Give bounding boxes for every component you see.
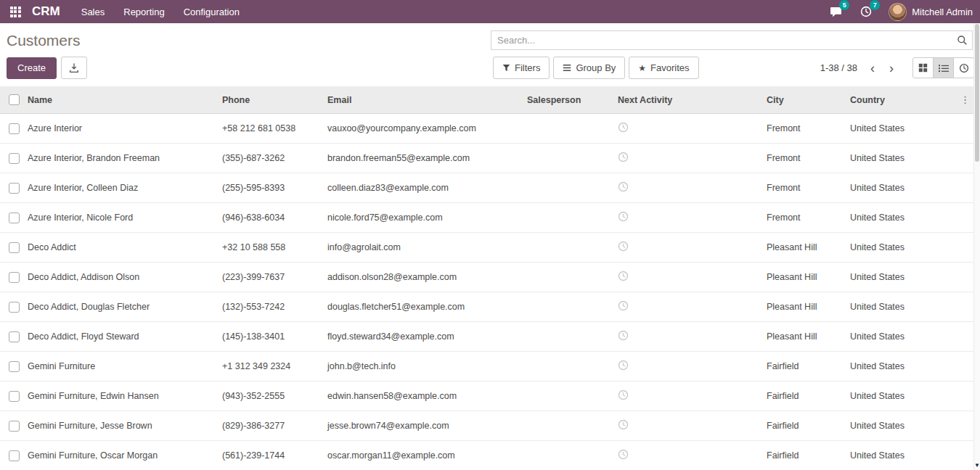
navbar-systray: 5 7 Mitchell Admin — [828, 3, 973, 21]
next-activity-clock-icon[interactable] — [618, 241, 629, 252]
row-salesperson — [521, 263, 612, 292]
column-header-city[interactable]: City — [761, 86, 844, 114]
menu-sales[interactable]: Sales — [72, 0, 115, 23]
row-salesperson — [521, 233, 612, 263]
row-city: Pleasant Hill — [761, 292, 844, 322]
activities-button[interactable]: 7 — [858, 4, 874, 19]
kanban-view-button[interactable] — [912, 57, 934, 78]
group-by-button[interactable]: Group By — [553, 57, 625, 79]
row-filler — [920, 263, 980, 292]
next-activity-clock-icon[interactable] — [618, 449, 629, 460]
next-activity-clock-icon[interactable] — [618, 122, 629, 133]
table-header-row: Name Phone Email Salesperson Next Activi… — [0, 86, 980, 114]
row-filler — [920, 382, 980, 411]
next-activity-clock-icon[interactable] — [618, 300, 629, 311]
row-name: Gemini Furniture — [22, 352, 216, 382]
row-city: Fremont — [761, 173, 844, 203]
table-row[interactable]: Azure Interior, Nicole Ford(946)-638-603… — [0, 203, 980, 233]
row-checkbox[interactable] — [9, 123, 20, 134]
column-header-country[interactable]: Country — [844, 86, 920, 114]
row-country: United States — [844, 173, 920, 203]
row-checkbox[interactable] — [9, 331, 20, 342]
table-row[interactable]: Deco Addict+32 10 588 558info@agrolait.c… — [0, 233, 980, 263]
table-row[interactable]: Azure Interior+58 212 681 0538vauxoo@you… — [0, 114, 980, 144]
favorites-button[interactable]: ★ Favorites — [629, 57, 698, 79]
row-email: nicole.ford75@example.com — [322, 203, 521, 233]
menu-reporting[interactable]: Reporting — [114, 0, 173, 23]
row-next-activity — [612, 322, 761, 352]
next-activity-clock-icon[interactable] — [618, 389, 629, 400]
row-next-activity — [612, 352, 761, 382]
pager-previous-button[interactable]: ‹ — [863, 59, 882, 78]
create-button[interactable]: Create — [7, 57, 57, 79]
row-checkbox[interactable] — [9, 272, 20, 283]
activity-view-button[interactable] — [953, 57, 974, 78]
next-activity-clock-icon[interactable] — [618, 330, 629, 341]
row-select-cell — [0, 114, 22, 144]
column-header-email[interactable]: Email — [322, 86, 521, 114]
table-row[interactable]: Azure Interior, Colleen Diaz(255)-595-83… — [0, 173, 980, 203]
row-country: United States — [844, 263, 920, 292]
next-activity-clock-icon[interactable] — [618, 360, 629, 371]
column-header-salesperson[interactable]: Salesperson — [521, 86, 612, 114]
table-row[interactable]: Deco Addict, Addison Olson(223)-399-7637… — [0, 263, 980, 292]
row-checkbox[interactable] — [9, 302, 20, 313]
row-checkbox[interactable] — [9, 213, 20, 223]
select-all-checkbox[interactable] — [9, 94, 20, 105]
table-row[interactable]: Gemini Furniture, Oscar Morgan(561)-239-… — [0, 441, 980, 470]
row-filler — [920, 441, 980, 470]
row-city: Pleasant Hill — [761, 263, 844, 292]
column-header-name[interactable]: Name — [22, 86, 216, 114]
next-activity-clock-icon[interactable] — [618, 419, 629, 430]
search-input[interactable] — [491, 30, 973, 50]
row-checkbox[interactable] — [9, 361, 20, 372]
row-country: United States — [844, 114, 920, 144]
row-next-activity — [612, 292, 761, 322]
scrollbar-down-arrow[interactable]: ▼ — [974, 462, 980, 469]
list-view-button[interactable] — [933, 57, 954, 78]
row-checkbox[interactable] — [9, 421, 20, 432]
row-email: floyd.steward34@example.com — [322, 322, 521, 352]
next-activity-clock-icon[interactable] — [618, 271, 629, 281]
vertical-scrollbar[interactable]: ▼ — [973, 23, 980, 470]
row-email: colleen.diaz83@example.com — [322, 173, 521, 203]
app-brand[interactable]: CRM — [32, 4, 60, 19]
table-row[interactable]: Deco Addict, Douglas Fletcher(132)-553-7… — [0, 292, 980, 322]
row-filler — [920, 322, 980, 352]
page-title: Customers — [7, 32, 81, 49]
scrollbar-thumb[interactable] — [975, 24, 979, 162]
export-button[interactable] — [61, 57, 87, 79]
table-row[interactable]: Gemini Furniture, Edwin Hansen(943)-352-… — [0, 382, 980, 411]
row-salesperson — [521, 173, 612, 203]
menu-configuration[interactable]: Configuration — [174, 0, 249, 23]
row-filler — [920, 352, 980, 382]
row-checkbox[interactable] — [9, 242, 20, 253]
row-checkbox[interactable] — [9, 153, 20, 164]
row-country: United States — [844, 203, 920, 233]
messages-button[interactable]: 5 — [828, 4, 844, 19]
pager-next-button[interactable]: › — [882, 59, 901, 78]
row-phone: (355)-687-3262 — [216, 144, 322, 173]
column-header-next-activity[interactable]: Next Activity — [612, 86, 761, 114]
search-box — [491, 30, 973, 50]
row-checkbox[interactable] — [9, 450, 20, 461]
table-row[interactable]: Gemini Furniture+1 312 349 2324john.b@te… — [0, 352, 980, 382]
user-name: Mitchell Admin — [912, 7, 973, 17]
table-row[interactable]: Azure Interior, Brandon Freeman(355)-687… — [0, 144, 980, 173]
table-row[interactable]: Gemini Furniture, Jesse Brown(829)-386-3… — [0, 411, 980, 441]
row-checkbox[interactable] — [9, 183, 20, 194]
user-menu[interactable]: Mitchell Admin — [889, 3, 973, 21]
apps-menu-button[interactable] — [6, 2, 25, 21]
row-city: Fairfield — [761, 352, 844, 382]
column-header-phone[interactable]: Phone — [216, 86, 322, 114]
row-name: Gemini Furniture, Jesse Brown — [22, 411, 216, 441]
table-row[interactable]: Deco Addict, Floyd Steward(145)-138-3401… — [0, 322, 980, 352]
row-email: oscar.morgan11@example.com — [322, 441, 521, 470]
search-icon[interactable] — [957, 35, 968, 46]
next-activity-clock-icon[interactable] — [618, 211, 629, 222]
row-checkbox[interactable] — [9, 391, 20, 402]
next-activity-clock-icon[interactable] — [618, 181, 629, 192]
optional-columns-icon[interactable]: ⋮ — [956, 94, 974, 105]
next-activity-clock-icon[interactable] — [618, 152, 629, 162]
filters-button[interactable]: Filters — [493, 57, 550, 79]
